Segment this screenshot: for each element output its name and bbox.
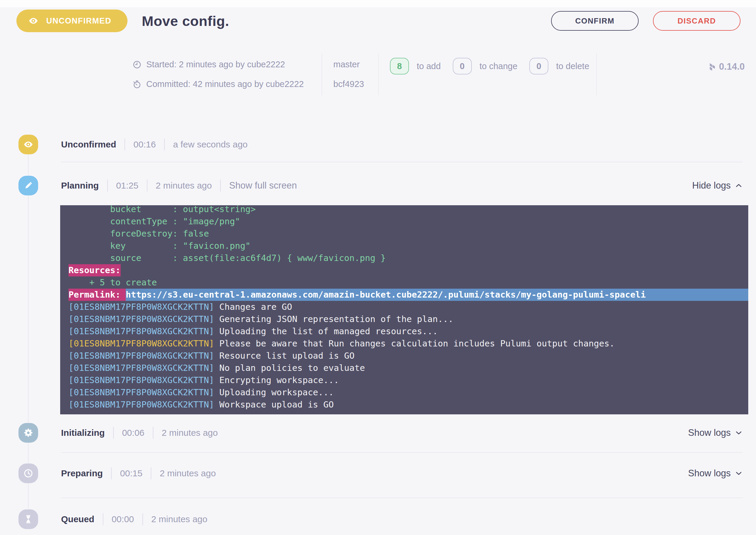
stage-duration: 00:15 (120, 468, 142, 478)
delete-count-pill: 0 (529, 58, 548, 74)
commit-sha: bcf4923 (333, 79, 364, 89)
terminal-line: [01ES8NBM17PF8P0W8XGCK2KTTN] Uploading t… (69, 325, 748, 337)
timeline-connector (28, 154, 29, 509)
eye-icon (28, 16, 39, 26)
stage-duration: 00:16 (133, 139, 156, 150)
stage-name: Queued (61, 514, 95, 524)
stage-timestamp: 2 minutes ago (156, 181, 212, 191)
meta-version: 0.14.0 (597, 54, 750, 95)
chevron-down-icon (735, 429, 742, 437)
show-fullscreen-button[interactable]: Show full screen (229, 180, 297, 191)
divider (61, 452, 742, 453)
branch-name: master (333, 60, 360, 70)
stage-timestamp: a few seconds ago (173, 139, 247, 150)
divider (61, 162, 742, 162)
stage-duration: 00:00 (112, 514, 134, 524)
terminal-log[interactable]: bucket : output<string> contentType : "i… (60, 205, 748, 414)
meta-git: master bcf4923 (322, 54, 378, 95)
separator (220, 180, 221, 191)
separator (164, 138, 165, 151)
change-count-label: to change (480, 58, 518, 74)
terminal-line: contentType : "image/png" (69, 215, 748, 228)
separator (142, 513, 143, 525)
terminal-line: + 5 to create (69, 276, 748, 289)
stage-preparing-icon (18, 464, 38, 483)
separator (111, 467, 112, 479)
run-meta: Started: 2 minutes ago by cube2222 Commi… (132, 54, 750, 95)
terminal-line: Permalink: https://s3.eu-central-1.amazo… (69, 289, 748, 301)
stage-unconfirmed: Unconfirmed 00:16 a few seconds ago (0, 135, 756, 154)
committed-text: Committed: 42 minutes ago by cube2222 (146, 79, 304, 89)
stage-name: Unconfirmed (61, 139, 116, 150)
stage-timeline: Unconfirmed 00:16 a few seconds ago Plan… (0, 135, 756, 529)
add-count-label: to add (417, 58, 441, 74)
hide-logs-button[interactable]: Hide logs (692, 180, 742, 191)
stage-queued: Queued 00:00 2 minutes ago (0, 509, 756, 529)
show-logs-button[interactable]: Show logs (688, 428, 742, 438)
status-badge: UNCONFIRMED (16, 10, 127, 32)
terminal-line: [01ES8NBM17PF8P0W8XGCK2KTTN] Resource li… (69, 350, 748, 362)
gear-icon (23, 428, 33, 438)
page-title: Move config. (142, 13, 229, 29)
terminal-line: [01ES8NBM17PF8P0W8XGCK2KTTN] Please be a… (69, 337, 748, 350)
run-header: UNCONFIRMED Move config. CONFIRM DISCARD (0, 10, 756, 32)
discard-button[interactable]: DISCARD (653, 11, 741, 31)
terraform-logo-icon (707, 62, 715, 71)
version-number: 0.14.0 (719, 61, 745, 72)
terminal-line: source : asset(file:ac6f4d7) { www/favic… (69, 252, 748, 264)
hourglass-icon (23, 514, 33, 524)
clock-icon (23, 468, 33, 478)
eye-icon (23, 139, 33, 150)
terminal-line: [01ES8NBM17PF8P0W8XGCK2KTTN] Changes are… (69, 301, 748, 313)
stage-timestamp: 2 minutes ago (151, 514, 207, 524)
stage-initializing-icon (18, 423, 38, 443)
terminal-line: [01ES8NBM17PF8P0W8XGCK2KTTN] Workspace u… (69, 399, 748, 411)
terminal-line: [01ES8NBM17PF8P0W8XGCK2KTTN] No plan pol… (69, 362, 748, 374)
confirm-button[interactable]: CONFIRM (551, 11, 639, 31)
terminal-line: forceDestroy: false (69, 228, 748, 240)
separator (113, 427, 114, 439)
terminal-line: [01ES8NBM17PF8P0W8XGCK2KTTN] Encrypting … (69, 374, 748, 386)
stopwatch-icon (132, 80, 142, 89)
separator (147, 180, 148, 191)
terminal-line: bucket : output<string> (69, 205, 748, 215)
header-actions: CONFIRM DISCARD (551, 11, 741, 31)
divider (61, 497, 742, 498)
stage-name: Preparing (61, 468, 103, 478)
change-counts: 8 to add 0 to change 0 to delete (378, 54, 597, 95)
separator (125, 138, 125, 151)
chevron-up-icon (735, 182, 742, 189)
pencil-icon (23, 181, 33, 191)
delete-count-label: to delete (556, 58, 589, 74)
terminal-line: [01ES8NBM17PF8P0W8XGCK2KTTN] Uploading w… (69, 386, 748, 399)
stage-duration: 01:25 (116, 181, 138, 191)
clock-icon (132, 60, 142, 69)
separator (151, 467, 151, 479)
separator (103, 513, 103, 525)
stage-duration: 00:06 (122, 428, 145, 438)
show-logs-button[interactable]: Show logs (688, 468, 742, 479)
stage-queued-icon (18, 509, 38, 529)
stage-timestamp: 2 minutes ago (162, 428, 218, 438)
started-text: Started: 2 minutes ago by cube2222 (146, 60, 285, 70)
change-count-pill: 0 (453, 58, 472, 74)
stage-initializing: Initializing 00:06 2 minutes ago Show lo… (0, 423, 756, 443)
stage-preparing: Preparing 00:15 2 minutes ago Show logs (0, 464, 756, 483)
meta-times: Started: 2 minutes ago by cube2222 Commi… (132, 54, 322, 95)
terminal-line: [01ES8NBM17PF8P0W8XGCK2KTTN] Generating … (69, 313, 748, 325)
started-row: Started: 2 minutes ago by cube2222 (132, 60, 322, 70)
chevron-down-icon (735, 469, 742, 477)
add-count-pill: 8 (390, 58, 409, 74)
separator (107, 180, 108, 191)
committed-row: Committed: 42 minutes ago by cube2222 (132, 79, 322, 89)
stage-unconfirmed-icon (18, 135, 38, 154)
stage-name: Planning (61, 181, 99, 191)
stage-planning-icon (18, 176, 38, 195)
separator (153, 427, 154, 439)
status-badge-label: UNCONFIRMED (46, 16, 111, 26)
terminal-line: key : "favicon.png" (69, 240, 748, 252)
top-strip (0, 0, 756, 8)
stage-name: Initializing (61, 428, 105, 438)
stage-planning: Planning 01:25 2 minutes ago Show full s… (0, 176, 756, 195)
stage-timestamp: 2 minutes ago (160, 468, 216, 478)
